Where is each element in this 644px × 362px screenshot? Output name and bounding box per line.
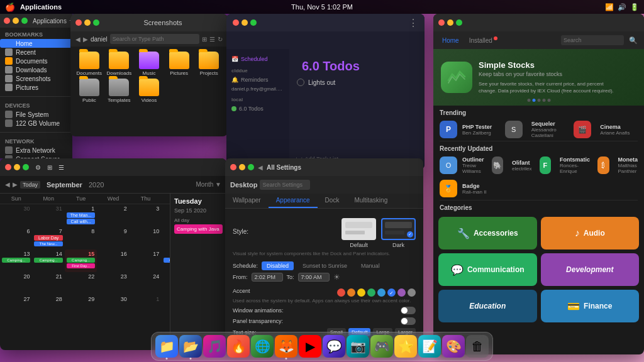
schedule-manual[interactable]: Manual xyxy=(356,261,385,270)
cal-settings-icon[interactable]: ⚙ xyxy=(35,164,41,171)
from-time-input[interactable] xyxy=(252,273,283,282)
settings-search-input[interactable] xyxy=(260,180,310,190)
category-finance[interactable]: 💳 Finance xyxy=(541,290,640,322)
appstore-maximize-button[interactable] xyxy=(456,19,462,26)
todos-window-menu-icon[interactable]: ⋮ xyxy=(408,17,418,29)
todo-checkbox[interactable] xyxy=(297,79,304,86)
accent-gray[interactable] xyxy=(408,288,416,297)
schedule-disabled[interactable]: Disabled xyxy=(262,261,294,270)
cal-day-aug30[interactable]: 30 xyxy=(0,204,32,227)
sidebar-item-filesystem[interactable]: File System xyxy=(0,110,72,119)
list-item[interactable]: 🏅 Badge Rali-man II xyxy=(433,177,644,200)
cal-day-sep2[interactable]: 2 xyxy=(97,204,129,227)
cal-day-sep6[interactable]: 6 xyxy=(0,227,32,250)
dock-item-app13[interactable]: 🎨 xyxy=(442,335,465,358)
sidebar-item-extra-network[interactable]: Extra Network xyxy=(0,146,72,155)
cal-close-button[interactable] xyxy=(5,164,11,170)
sidebar-item-screenshots[interactable]: Screenshots xyxy=(0,74,72,83)
cal-day-sep15[interactable]: 15Camping...First Day... xyxy=(65,250,97,272)
sidebar-item-6todos[interactable]: 6.0 Todos xyxy=(226,104,289,114)
hero-dot-2[interactable] xyxy=(532,99,535,102)
app-menu-label[interactable]: Applications xyxy=(20,3,62,11)
close-button[interactable] xyxy=(4,18,10,24)
cal-day-sep30[interactable]: 30 xyxy=(97,295,129,317)
sidebar-item-downloads[interactable]: Downloads xyxy=(0,65,72,74)
sidebar-item-recent[interactable]: Recent xyxy=(0,48,72,57)
cal-day-sep7[interactable]: 7Labor DayThe New... xyxy=(32,227,64,250)
accent-yellow[interactable] xyxy=(357,288,365,297)
dock-item-app3[interactable]: 🎵 xyxy=(203,335,226,358)
event-detail[interactable]: Camping with Java xyxy=(174,224,223,234)
cal-grid-icon[interactable]: ⊞ xyxy=(47,164,52,171)
cal-day-sep8[interactable]: 8 xyxy=(65,227,97,250)
dock-item-finder[interactable]: 📂 xyxy=(179,335,202,358)
cal-day-sep27[interactable]: 27 xyxy=(0,295,32,317)
cal-next-button[interactable]: ▶ xyxy=(13,181,18,188)
list-item[interactable]: Pictures xyxy=(165,52,193,76)
list-item[interactable]: Projects xyxy=(195,52,223,76)
category-audio[interactable]: ♪ Audio xyxy=(541,217,640,250)
appstore-search-input[interactable] xyxy=(561,35,624,45)
cal-list-icon[interactable]: ☰ xyxy=(58,164,64,171)
tab-dock[interactable]: Dock xyxy=(318,194,347,208)
cal-day-sep1[interactable]: 1The Man...Call with... xyxy=(65,204,97,227)
panel-transparency-toggle[interactable] xyxy=(401,317,416,325)
dock-item-files[interactable]: 📁 xyxy=(155,335,178,358)
cal-day-sep3[interactable]: 3 xyxy=(130,204,162,227)
cal-day-sep23[interactable]: 23 xyxy=(97,272,129,295)
sidebar-item-scheduled[interactable]: 📅 Scheduled xyxy=(226,54,289,64)
hero-dot-1[interactable] xyxy=(527,99,530,102)
cal-day-sep13[interactable]: 13Camping... xyxy=(0,250,32,272)
settings-minimize-button[interactable] xyxy=(239,164,245,170)
settings-close-button[interactable] xyxy=(230,164,236,170)
files-list-icon[interactable]: ☰ xyxy=(209,36,215,43)
cal-day-sep21[interactable]: 21 xyxy=(32,272,64,295)
list-item[interactable]: P PHP Tester Ben Zaitberg S Sequeler Ale… xyxy=(433,118,644,141)
accent-blue[interactable] xyxy=(377,288,386,297)
hero-dot-3[interactable] xyxy=(537,99,540,102)
sidebar-item-documents[interactable]: Documents xyxy=(0,57,72,65)
cal-day-oct1[interactable]: 1 xyxy=(130,295,162,317)
sidebar-item-pictures[interactable]: Pictures xyxy=(0,83,72,92)
todos-close-button[interactable] xyxy=(233,19,239,26)
cal-day-sep9[interactable]: 9 xyxy=(97,227,129,250)
files-view-icon[interactable]: ⊞ xyxy=(202,36,207,43)
cal-view-selector[interactable]: Month ▼ xyxy=(196,181,221,188)
category-communication[interactable]: 💬 Communication xyxy=(438,253,537,286)
files-forward-icon[interactable]: ▶ xyxy=(83,36,88,43)
cal-today-button[interactable]: Today xyxy=(20,181,40,189)
minimize-button[interactable] xyxy=(13,18,19,24)
volume-icon[interactable]: 🔊 xyxy=(618,3,626,11)
apple-icon[interactable]: 🍎 xyxy=(5,3,15,12)
appstore-search-icon[interactable]: 🔍 xyxy=(629,36,638,45)
tab-multitasking[interactable]: Multitasking xyxy=(347,194,395,208)
to-time-input[interactable] xyxy=(298,273,330,282)
cal-day-sep22[interactable]: 22 xyxy=(65,272,97,295)
list-item[interactable]: O Outliner Treow Williams 🐘 Olifant elec… xyxy=(433,154,644,177)
cal-day-sep17[interactable]: 17 xyxy=(130,250,162,272)
dock-item-firefox[interactable]: 🦊 xyxy=(275,335,297,358)
list-item[interactable]: Public xyxy=(75,79,103,103)
hero-dot-4[interactable] xyxy=(542,99,545,102)
tab-installed[interactable]: Installed xyxy=(467,37,495,44)
dock-item-app10[interactable]: 🎮 xyxy=(370,335,393,358)
cal-day-sep10[interactable]: 10 xyxy=(130,227,162,250)
dock-item-browser[interactable]: 🌐 xyxy=(251,335,274,358)
sidebar-item-volume[interactable]: 122 GB Volume xyxy=(0,119,72,128)
list-item[interactable]: Templates xyxy=(106,79,133,103)
dock-item-app12[interactable]: 📝 xyxy=(418,335,441,358)
accent-purple[interactable] xyxy=(397,288,406,297)
dock-item-app4[interactable]: 🔥 xyxy=(227,335,250,358)
list-item[interactable]: Videos xyxy=(135,79,163,103)
cal-day-aug31[interactable]: 31 xyxy=(32,204,64,227)
schedule-sunset[interactable]: Sunset to Sunrise xyxy=(297,261,352,270)
cal-day-sep20[interactable]: 20 xyxy=(0,272,32,295)
accent-green[interactable] xyxy=(367,288,375,297)
todos-maximize-button[interactable] xyxy=(250,19,257,26)
sidebar-item-reminders[interactable]: 🔔 Reminders xyxy=(226,75,289,85)
cal-day-sep16[interactable]: 16 xyxy=(97,250,129,272)
category-development[interactable]: Development xyxy=(541,253,640,286)
todos-minimize-button[interactable] xyxy=(242,19,248,26)
appstore-minimize-button[interactable] xyxy=(447,19,453,26)
list-item[interactable]: Lights out xyxy=(294,76,419,89)
